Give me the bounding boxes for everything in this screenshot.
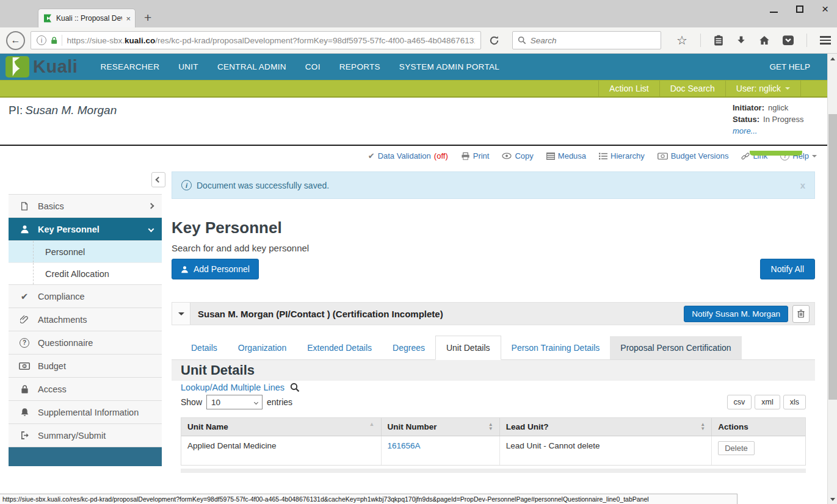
brand-name[interactable]: Kuali [33,57,78,77]
column-unit-number[interactable]: Unit Number▲▼ [381,418,499,436]
bookmark-star-icon[interactable]: ☆ [676,35,687,46]
table-row: Applied Dental Medicine 161656A Lead Uni… [181,436,805,466]
column-unit-name[interactable]: Unit Name▲ [181,418,381,436]
pocket-icon[interactable] [783,35,794,45]
lookup-add-multiple-lines-link[interactable]: Lookup/Add Multiple Lines [181,383,284,392]
search-icon [518,36,526,45]
sidebar-item-attachments[interactable]: Attachments [9,308,162,331]
tab-person-training-details[interactable]: Person Training Details [501,336,611,359]
sort-both-icon[interactable]: ▲▼ [700,422,705,431]
sidebar-item-access[interactable]: Access [9,377,162,400]
scroll-down-arrow[interactable] [828,494,837,504]
data-validation-link[interactable]: ✔ Data Validation (off) [368,151,448,160]
sidebar-item-key-personnel[interactable]: Key Personnel [9,217,162,240]
sidebar-item-budget[interactable]: 0 Budget [9,354,162,377]
tab-close-icon[interactable]: × [126,14,131,23]
export-xls-button[interactable]: xls [783,395,806,409]
tab-extended-details[interactable]: Extended Details [297,336,382,359]
page-subtitle: Search for and add key personnel [172,243,815,253]
add-personnel-button[interactable]: Add Personnel [172,259,259,279]
copy-link[interactable]: Copy [502,151,533,160]
menu-icon[interactable] [820,36,831,45]
notify-all-button[interactable]: Notify All [760,259,815,279]
hierarchy-link[interactable]: Hierarchy [599,151,645,160]
nav-central-admin[interactable]: CENTRAL ADMIN [217,62,286,71]
chevron-down-icon [254,400,258,404]
tab-title: Kuali :: Proposal Developme [56,14,122,23]
back-button[interactable]: ← [6,31,25,50]
search-input[interactable]: Search [512,31,661,49]
sort-both-icon[interactable]: ▲▼ [488,422,493,431]
entries-per-page-select[interactable]: 10 [206,395,263,409]
nav-researcher[interactable]: RESEARCHER [100,62,159,71]
unit-number-link[interactable]: 161656A [388,441,421,450]
sidebar-item-personnel[interactable]: Personnel [9,240,162,262]
notify-person-button[interactable]: Notify Susan M. Morgan [684,306,788,322]
print-icon [461,152,470,160]
window-minimize-button[interactable] [770,12,778,13]
person-panel-title: Susan M. Morgan (PI/Contact ) (Certifica… [198,309,443,319]
print-link[interactable]: Print [461,151,490,160]
nav-coi[interactable]: COI [305,62,321,71]
sort-asc-icon[interactable]: ▲ [369,422,375,427]
new-tab-button[interactable]: + [144,10,151,25]
sidebar-collapse-button[interactable] [151,172,165,187]
url-text[interactable]: https://siue-sbx.kuali.co/res/kc-pd-krad… [67,36,474,45]
scroll-up-arrow[interactable] [828,54,837,63]
sidebar-item-supplemental-information[interactable]: Supplemental Information [9,400,162,423]
delete-row-button[interactable]: Delete [718,441,755,455]
unit-details-table: Unit Name▲ Unit Number▲▼ Lead Unit?▲▼ Ac… [181,417,806,466]
download-icon[interactable] [736,35,746,45]
chevron-right-icon [148,203,154,209]
tab-degrees[interactable]: Degrees [382,336,435,359]
tab-proposal-person-certification[interactable]: Proposal Person Certification [610,336,741,359]
alert-close-button[interactable]: x [800,180,805,190]
column-lead-unit[interactable]: Lead Unit?▲▼ [499,418,711,436]
browser-tab[interactable]: Kuali :: Proposal Developme × [38,9,136,27]
sidebar-item-questionnaire[interactable]: ? Questionnaire [9,331,162,354]
panel-collapse-toggle[interactable] [172,303,190,325]
search-icon[interactable] [290,383,300,392]
info-icon: i [181,180,192,190]
paperclip-icon [19,315,30,324]
clipboard-icon[interactable] [714,35,723,46]
export-xml-button[interactable]: xml [755,395,780,409]
nav-unit[interactable]: UNIT [178,62,198,71]
nav-reports[interactable]: REPORTS [339,62,380,71]
page-title: Key Personnel [172,218,815,237]
document-meta: Initiator:nglick Status:In Progress more… [733,102,804,137]
sidebar-item-summary-submit[interactable]: Summary/Submit [9,423,162,447]
window-maximize-button[interactable] [796,5,803,13]
doc-search-link[interactable]: Doc Search [659,81,725,96]
sidebar-item-credit-allocation[interactable]: Credit Allocation [9,262,162,284]
sidebar-item-compliance[interactable]: ✔ Compliance [9,284,162,308]
page-scrollbar[interactable] [827,54,837,504]
home-icon[interactable] [759,35,770,45]
nav-system-admin-portal[interactable]: SYSTEM ADMIN PORTAL [399,62,499,71]
delete-person-button[interactable] [792,305,810,323]
medusa-link[interactable]: Medusa [546,151,586,160]
eye-icon [502,153,512,159]
more-link[interactable]: more... [733,126,757,135]
main-content: i Document was successfully saved. x Key… [172,166,815,473]
tab-organization[interactable]: Organization [228,336,297,359]
action-list-link[interactable]: Action List [598,81,659,96]
kuali-logo[interactable] [5,56,29,77]
export-csv-button[interactable]: csv [727,395,752,409]
user-menu[interactable]: User: nglick [725,81,800,96]
window-close-button[interactable]: × [822,5,828,13]
check-icon: ✔ [368,151,375,160]
tab-unit-details[interactable]: Unit Details [435,336,501,360]
initiator-label: Initiator: [733,103,764,112]
unit-details-heading: Unit Details [172,360,815,381]
tab-details[interactable]: Details [181,336,228,359]
sidebar-item-basics[interactable]: Basics [9,194,162,217]
https-lock-icon[interactable] [51,36,57,45]
banknote-icon: 0 [19,362,30,370]
get-help-link[interactable]: GET HELP [769,62,810,71]
url-bar[interactable]: i https://siue-sbx.kuali.co/res/kc-pd-kr… [31,31,481,49]
page-info-icon[interactable]: i [37,35,46,45]
budget-versions-link[interactable]: Budget Versions [658,151,729,160]
reload-icon[interactable] [489,35,499,46]
scrollbar-thumb[interactable] [828,114,837,400]
